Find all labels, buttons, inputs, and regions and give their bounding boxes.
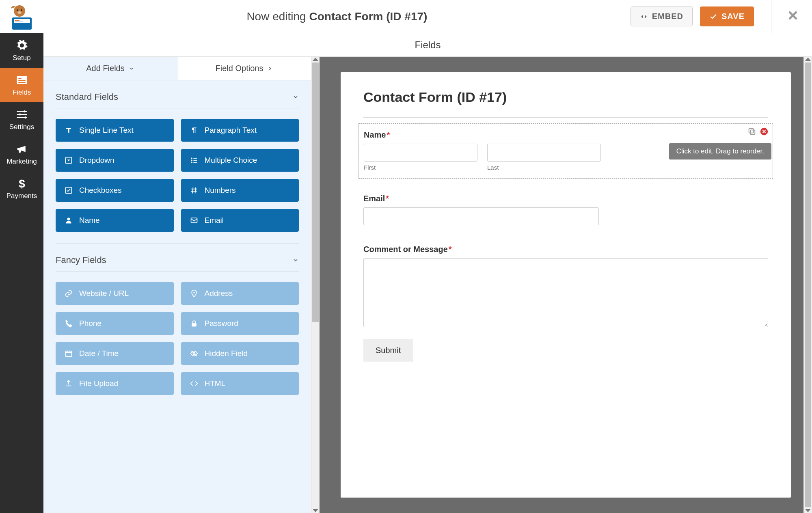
input-first-name[interactable] (364, 144, 477, 162)
standard-fields-section: Standard Fields Single Line Text Paragra… (43, 80, 311, 399)
nav-setup[interactable]: Setup (0, 33, 43, 68)
duplicate-icon[interactable] (747, 127, 756, 136)
svg-point-2 (21, 9, 22, 11)
link-icon (65, 289, 73, 297)
bear-logo-icon (9, 4, 35, 30)
eye-slash-icon (190, 349, 198, 358)
user-icon (65, 216, 73, 224)
svg-rect-30 (750, 130, 755, 134)
field-phone[interactable]: Phone (56, 312, 174, 335)
upload-icon (65, 379, 73, 388)
field-name[interactable]: Name (56, 209, 174, 232)
panel-title: Fields (43, 33, 812, 57)
svg-point-14 (24, 116, 26, 119)
field-single-line-text[interactable]: Single Line Text (56, 119, 174, 142)
header-actions: EMBED SAVE (631, 0, 802, 33)
field-email[interactable]: Email (181, 209, 299, 232)
nav-fields[interactable]: Fields (0, 68, 43, 102)
phone-icon (65, 319, 73, 328)
svg-point-26 (193, 292, 194, 293)
svg-rect-22 (193, 162, 197, 163)
sliders-icon (16, 108, 28, 121)
svg-rect-18 (193, 158, 197, 159)
input-email[interactable] (363, 207, 599, 225)
scroll-down-icon (313, 509, 318, 512)
embed-button[interactable]: EMBED (631, 6, 693, 26)
hash-icon (190, 186, 198, 194)
preview-field-name[interactable]: Name* First Last Click to edit. Drag (358, 123, 773, 179)
field-checkboxes[interactable]: Checkboxes (56, 179, 174, 202)
field-numbers[interactable]: Numbers (181, 179, 299, 202)
submit-button[interactable]: Submit (363, 339, 413, 362)
svg-rect-10 (18, 80, 26, 81)
chevron-down-icon (129, 66, 134, 71)
field-multiple-choice[interactable]: Multiple Choice (181, 149, 299, 172)
field-password[interactable]: Password (181, 312, 299, 335)
save-label: SAVE (721, 12, 745, 21)
sublabel-first: First (364, 164, 477, 171)
editing-prefix: Now editing (246, 10, 309, 23)
field-html[interactable]: HTML (181, 372, 299, 395)
dollar-icon: $ (16, 177, 28, 190)
bullhorn-icon (16, 143, 28, 155)
save-button[interactable]: SAVE (700, 6, 754, 26)
fields-tabs: Add Fields Field Options (43, 57, 311, 80)
list-icon (190, 156, 198, 164)
fields-panel: Add Fields Field Options Standard Fields (43, 57, 320, 513)
label-name: Name* (364, 130, 768, 140)
form-icon (16, 74, 28, 86)
scrollbar-thumb[interactable] (312, 63, 319, 322)
svg-point-12 (23, 110, 25, 112)
code-icon (640, 13, 648, 21)
tab-add-fields[interactable]: Add Fields (43, 57, 177, 80)
field-paragraph-text[interactable]: Paragraph Text (181, 119, 299, 142)
svg-rect-5 (14, 19, 30, 23)
nav-marketing[interactable]: Marketing (0, 137, 43, 171)
scroll-down-icon (805, 509, 811, 512)
svg-rect-7 (15, 22, 23, 22)
close-button[interactable] (784, 8, 802, 25)
preview-scrollbar[interactable] (803, 57, 812, 513)
svg-point-1 (17, 9, 18, 11)
input-last-name[interactable] (487, 144, 601, 162)
svg-rect-11 (18, 82, 26, 83)
wpforms-logo (0, 0, 43, 33)
builder-header: Now editing Contact Form (ID #17) EMBED … (0, 0, 812, 33)
check-square-icon (65, 186, 73, 194)
nav-settings[interactable]: Settings (0, 102, 43, 137)
svg-rect-27 (192, 323, 197, 326)
gear-icon (16, 39, 28, 52)
now-editing-title: Now editing Contact Form (ID #17) (43, 10, 631, 23)
scrollbar-thumb[interactable] (805, 63, 811, 507)
chevron-right-icon (267, 66, 273, 71)
nav-label: Settings (9, 123, 34, 131)
field-date-time[interactable]: Date / Time (56, 342, 174, 365)
preview-field-message[interactable]: Comment or Message* (363, 235, 768, 332)
tab-field-options[interactable]: Field Options (177, 57, 311, 80)
nav-payments[interactable]: $ Payments (0, 171, 43, 206)
field-file-upload[interactable]: File Upload (56, 372, 174, 395)
field-dropdown[interactable]: Dropdown (56, 149, 174, 172)
svg-point-17 (191, 157, 192, 159)
form-preview-panel: Contact Form (ID #17) Name* First (320, 57, 812, 513)
delete-icon[interactable] (760, 127, 769, 136)
text-icon (65, 126, 73, 134)
standard-fields-toggle[interactable]: Standard Fields (56, 80, 299, 108)
svg-point-21 (191, 162, 192, 163)
preview-field-email[interactable]: Email* (363, 184, 768, 235)
chevron-down-icon (292, 94, 299, 100)
field-address[interactable]: Address (181, 282, 299, 305)
textarea-message[interactable] (363, 258, 768, 327)
svg-rect-6 (15, 20, 19, 21)
map-pin-icon (190, 289, 198, 297)
calendar-icon (65, 349, 73, 358)
form-title[interactable]: Contact Form (ID #17) (363, 89, 768, 118)
nav-label: Fields (13, 88, 31, 97)
left-scrollbar[interactable] (311, 57, 320, 513)
label-email: Email* (363, 194, 768, 203)
fancy-fields-toggle[interactable]: Fancy Fields (56, 244, 299, 272)
field-website-url[interactable]: Website / URL (56, 282, 174, 305)
scroll-up-icon (313, 58, 318, 61)
field-hidden[interactable]: Hidden Field (181, 342, 299, 365)
svg-text:$: $ (19, 177, 25, 190)
